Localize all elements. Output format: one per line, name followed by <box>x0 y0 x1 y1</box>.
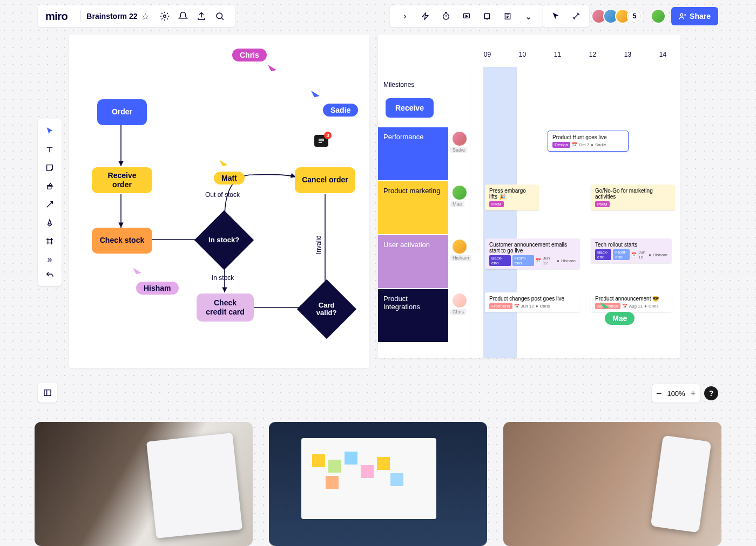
star-icon[interactable]: ☆ <box>138 9 153 24</box>
card-product-hunt[interactable]: Product Hunt goes live Design📅Oct 7●Sadi… <box>548 131 629 152</box>
node-order[interactable]: Order <box>97 99 147 125</box>
svg-point-6 <box>680 13 683 16</box>
sparkle-icon[interactable] <box>569 9 584 24</box>
avatar-hisham <box>453 240 467 254</box>
card-announcement[interactable]: Customer announcement emails start to go… <box>485 238 580 269</box>
current-user-avatar[interactable] <box>651 9 666 24</box>
cursor-matt: Matt <box>214 172 245 185</box>
chevron-right-icon[interactable]: › <box>397 9 413 24</box>
search-icon[interactable] <box>212 9 227 24</box>
node-check-stock[interactable]: Check stock <box>92 228 152 254</box>
row-product-integrations: Product Integrations <box>378 289 448 342</box>
help-button[interactable]: ? <box>704 386 718 400</box>
photo-tablet <box>35 422 253 546</box>
flowchart-board[interactable]: Order Receive order Check stock In stock… <box>69 35 369 368</box>
export-icon[interactable] <box>194 9 209 24</box>
photo-tv <box>269 422 487 546</box>
timer-icon[interactable] <box>438 9 454 24</box>
cursor-chris: Chris <box>232 49 267 62</box>
node-receive[interactable]: Receive order <box>92 167 152 193</box>
frame-icon[interactable] <box>480 9 495 24</box>
bell-icon[interactable] <box>176 9 191 24</box>
timeline-dates: 091011121314 <box>470 51 680 64</box>
row-user-activation: User activation <box>378 235 448 288</box>
card-rollout[interactable]: Tech rollout starts Back-endFront-end📅Ju… <box>591 238 672 263</box>
svg-point-1 <box>217 13 222 19</box>
minimap-button[interactable] <box>38 383 57 402</box>
present-icon[interactable] <box>459 9 474 24</box>
zoom-out-button[interactable]: − <box>656 388 662 399</box>
more-icon[interactable]: ⌄ <box>521 9 536 24</box>
zoom-controls: − 100% + <box>652 384 700 402</box>
edge-label-invalid: Invalid <box>315 235 322 254</box>
share-button[interactable]: Share <box>671 7 718 25</box>
collaborator-avatars[interactable]: 5 <box>595 9 642 24</box>
timeline-board[interactable]: 091011121314 Milestones Receive Performa… <box>378 35 680 358</box>
top-tools: › ⌄ <box>390 5 543 27</box>
row-product-marketing: Product marketing <box>378 181 448 234</box>
avatar-chris <box>453 294 467 308</box>
edge-label-out-of-stock: Out of stock <box>205 191 240 199</box>
photo-gallery <box>35 422 721 546</box>
row-performance: Performance <box>378 127 448 180</box>
comment-icon[interactable]: 3 <box>314 135 328 147</box>
node-in-stock[interactable]: In stock? <box>194 210 254 270</box>
comment-count-badge: 3 <box>324 132 332 139</box>
pointer-icon[interactable] <box>548 9 563 24</box>
milestones-label: Milestones <box>383 81 414 88</box>
notes-icon[interactable] <box>500 9 515 24</box>
card-changes[interactable]: Product changes post goes live Front-end… <box>485 292 580 312</box>
board-title[interactable]: Brainstorm 22 <box>86 12 137 21</box>
zoom-in-button[interactable]: + <box>691 388 696 398</box>
node-cancel[interactable]: Cancel order <box>295 167 355 193</box>
milestone-receive[interactable]: Receive <box>386 98 434 118</box>
bolt-icon[interactable] <box>418 9 433 24</box>
collaborator-count[interactable]: 5 <box>627 9 642 24</box>
photo-phone <box>503 422 721 546</box>
settings-icon[interactable] <box>157 9 172 24</box>
edge-label-in-stock: In stock <box>212 274 234 282</box>
node-check-card[interactable]: Check credit card <box>197 294 254 322</box>
divider <box>80 10 81 22</box>
app-logo: miro <box>45 10 68 23</box>
avatar-mae <box>453 186 467 200</box>
svg-point-2 <box>443 13 449 19</box>
cursor-hisham: Hisham <box>136 282 179 295</box>
card-gonogo[interactable]: Go/No-Go for marketing activities PMM <box>591 185 675 210</box>
cursor-mae: Mae <box>605 312 634 325</box>
cursor-sadie: Sadie <box>323 104 358 117</box>
svg-rect-4 <box>484 13 489 18</box>
node-card-valid[interactable]: Card valid? <box>297 279 356 339</box>
svg-point-0 <box>163 15 166 18</box>
zoom-level[interactable]: 100% <box>667 390 685 398</box>
card-embargo[interactable]: Press embargo lifts 🎉 PMM <box>485 185 539 210</box>
avatar-sadie <box>453 132 467 146</box>
header-left: miro Brainstorm 22 ☆ <box>38 5 235 27</box>
svg-rect-7 <box>44 390 51 396</box>
reaction-tools <box>543 5 589 27</box>
